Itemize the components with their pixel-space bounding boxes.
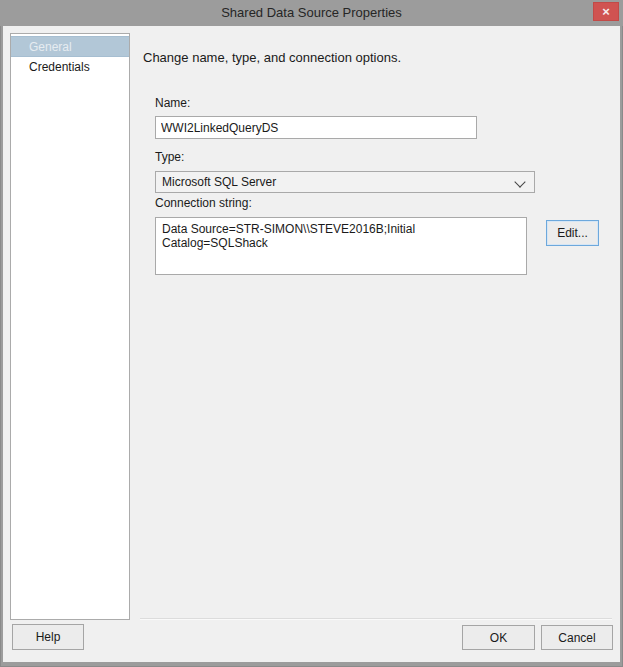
sidebar-item-credentials[interactable]: Credentials: [11, 57, 129, 78]
connection-string-input[interactable]: [155, 217, 527, 275]
cancel-button[interactable]: Cancel: [541, 625, 613, 650]
page-heading: Change name, type, and connection option…: [143, 50, 401, 65]
type-label: Type:: [155, 150, 184, 164]
chevron-down-icon: [514, 176, 525, 187]
dialog-title: Shared Data Source Properties: [0, 0, 623, 26]
type-dropdown[interactable]: Microsoft SQL Server: [155, 171, 535, 193]
title-bar[interactable]: Shared Data Source Properties ×: [0, 0, 623, 26]
sidebar-item-general[interactable]: General: [11, 36, 129, 57]
close-button[interactable]: ×: [593, 2, 619, 21]
close-icon: ×: [602, 4, 610, 19]
help-button[interactable]: Help: [12, 624, 84, 650]
footer-separator: [140, 618, 612, 620]
dialog-body: General Credentials Change name, type, a…: [3, 26, 620, 662]
name-label: Name:: [155, 96, 190, 110]
connection-string-label: Connection string:: [155, 196, 252, 210]
type-dropdown-value: Microsoft SQL Server: [162, 175, 276, 189]
edit-button[interactable]: Edit...: [546, 220, 599, 246]
dialog-window: Shared Data Source Properties × General …: [0, 0, 623, 667]
name-input[interactable]: [155, 116, 477, 139]
ok-button[interactable]: OK: [462, 625, 535, 650]
category-list: General Credentials: [10, 33, 130, 620]
